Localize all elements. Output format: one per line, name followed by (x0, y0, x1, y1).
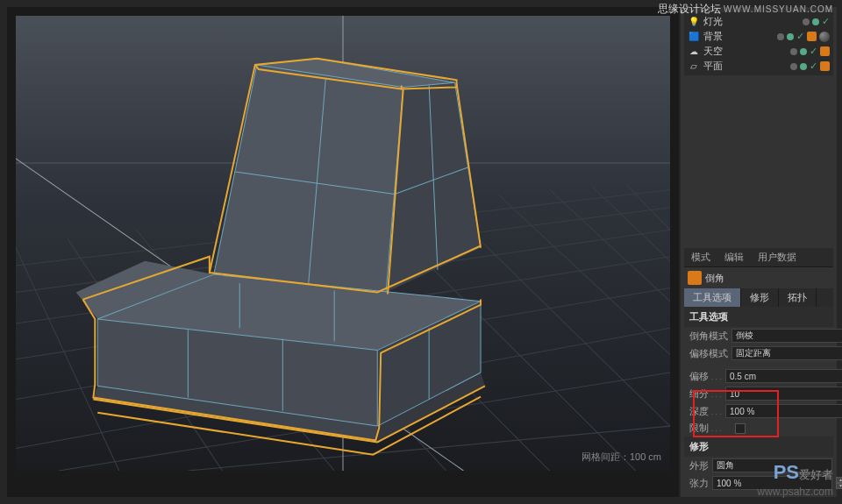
right-panel: 💡 灯光 ✓ 🟦 背景 ✓ ☁ 天空 (681, 7, 837, 497)
sky-icon: ☁ (688, 46, 700, 58)
light-icon: 💡 (688, 16, 700, 28)
limit-checkbox[interactable] (735, 423, 746, 434)
prop-subdivision: 细分 . . . ▴▾ (684, 385, 833, 402)
watermark-top: 思缘设计论坛 WWW.MISSYUAN.COM (658, 2, 833, 17)
prop-depth: 深度 . . . ▴▾ (684, 402, 833, 420)
attribute-manager: 模式 编辑 用户数据 倒角 工具选项 修形 拓扑 工具选项 倒角模式 偏移模式 (684, 248, 833, 492)
section-modifier: 修形 (684, 437, 833, 457)
watermark-bottom: PS爱好者 www.psahz.com (757, 462, 833, 499)
object-row-background[interactable]: 🟦 背景 ✓ (686, 29, 831, 44)
plane-icon: ▱ (688, 60, 700, 73)
object-label: 灯光 (703, 15, 723, 28)
bevel-tool-icon (688, 271, 702, 285)
menu-edit[interactable]: 编辑 (717, 248, 751, 266)
spin-down[interactable]: ▾ (836, 483, 842, 489)
mesh-object (76, 59, 485, 443)
object-row-plane[interactable]: ▱ 平面 ✓ (686, 59, 831, 74)
offset-mode-select[interactable] (731, 346, 842, 360)
tool-name: 倒角 (705, 272, 724, 285)
prop-limit: 限制 . . . (684, 420, 833, 437)
svg-line-17 (593, 187, 670, 260)
depth-input[interactable] (725, 404, 842, 418)
viewport-3d[interactable] (16, 16, 670, 471)
subdivision-input[interactable] (725, 387, 842, 401)
grid-spacing-label: 网格间距：100 cm (582, 451, 661, 464)
svg-marker-26 (214, 65, 403, 293)
tab-modifier[interactable]: 修形 (741, 288, 779, 307)
object-label: 天空 (703, 45, 723, 58)
object-row-sky[interactable]: ☁ 天空 ✓ (686, 44, 831, 59)
menu-mode[interactable]: 模式 (684, 248, 717, 266)
viewport-panel: 网格间距：100 cm (7, 7, 679, 497)
object-label: 背景 (703, 30, 723, 43)
menu-userdata[interactable]: 用户数据 (751, 248, 803, 266)
tab-tool-options[interactable]: 工具选项 (684, 288, 741, 307)
prop-bevel-mode: 倒角模式 (684, 327, 833, 344)
object-manager[interactable]: 💡 灯光 ✓ 🟦 背景 ✓ ☁ 天空 (684, 12, 833, 75)
object-label: 平面 (703, 60, 723, 73)
bevel-mode-select[interactable] (731, 329, 842, 343)
bg-icon: 🟦 (688, 31, 700, 43)
offset-input[interactable] (725, 369, 842, 383)
prop-offset: 偏移 . . . ▴▾ (684, 367, 833, 385)
tab-topology[interactable]: 拓扑 (779, 288, 817, 307)
prop-offset-mode: 偏移模式 (684, 344, 833, 362)
svg-line-16 (550, 189, 670, 301)
section-tool-options: 工具选项 (684, 307, 833, 327)
spin-up[interactable]: ▴ (836, 477, 842, 483)
